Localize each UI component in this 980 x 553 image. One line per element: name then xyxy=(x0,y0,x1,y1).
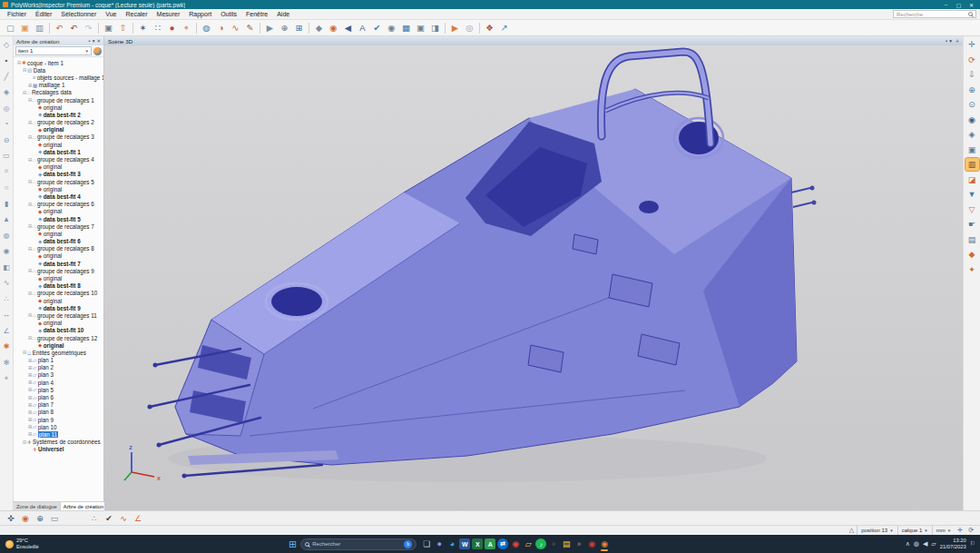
slot-feature-icon[interactable]: ⊖ xyxy=(4,133,10,146)
volume-icon[interactable]: ◀ xyxy=(923,540,927,548)
align-wizard-icon[interactable]: ✶ xyxy=(136,21,150,35)
rectangle-feature-icon[interactable]: ▭ xyxy=(3,150,10,163)
surface-patch-icon[interactable]: ◧ xyxy=(3,261,10,273)
polyline-edit-icon[interactable]: ∿ xyxy=(117,512,130,524)
polyworks-inspector-icon[interactable]: ◉ xyxy=(598,537,611,551)
report-table-icon[interactable]: ▦ xyxy=(399,21,413,35)
dock-icon[interactable]: ▾ xyxy=(93,38,95,44)
points-cluster-icon[interactable]: ∴ xyxy=(88,512,101,524)
tree-item[interactable]: ⊟∴groupe de recalages 10 xyxy=(14,290,103,297)
clapper-board-icon[interactable]: ▭ xyxy=(48,512,61,524)
dimension-pen-icon[interactable]: ✎ xyxy=(243,21,257,35)
tree-item[interactable]: ◆original xyxy=(14,163,103,171)
task-view-icon[interactable]: ❏ xyxy=(420,537,433,551)
robot-path-icon[interactable]: ∠ xyxy=(132,512,144,524)
tree-item[interactable]: ⊞▱plan 6 xyxy=(14,393,103,400)
record-macro-icon[interactable]: ◎ xyxy=(463,21,476,35)
point-cloud-icon[interactable]: ∴ xyxy=(4,292,8,305)
deviation-probe-icon[interactable]: ▼ xyxy=(965,188,979,201)
gear-document-icon[interactable]: ✻ xyxy=(4,356,10,369)
tree-item[interactable]: ⊟∴groupe de recalages 3 xyxy=(14,133,103,141)
tree-item[interactable]: ◆original xyxy=(14,252,103,260)
tree-item[interactable]: ⊞▱plan 1 xyxy=(14,357,103,364)
tree-item[interactable]: ⊞▱plan 7 xyxy=(14,401,103,409)
tree-item[interactable]: ◆original xyxy=(14,141,103,148)
dark-app-2-icon[interactable]: ● xyxy=(573,537,585,551)
zoom-in-icon[interactable]: ⊕ xyxy=(965,84,979,96)
tree-item[interactable]: ⊞▱plan 3 xyxy=(14,371,103,379)
hex-nut-feature-icon[interactable]: ⌗ xyxy=(5,165,9,178)
probe-bell-icon[interactable]: ◉ xyxy=(327,21,340,35)
flashlight-compare-icon[interactable]: ◪ xyxy=(965,173,979,186)
cone-section-icon[interactable]: ◔ xyxy=(5,118,9,131)
tree-item[interactable]: ◆original xyxy=(14,230,103,237)
polyworks-metrology-icon[interactable]: ◉ xyxy=(585,537,598,551)
best-fit-alignment-icon[interactable]: ● xyxy=(165,21,179,35)
close-button[interactable]: ✕ xyxy=(965,1,977,9)
chart-tool-icon[interactable]: ↗ xyxy=(497,21,511,35)
tree-item[interactable]: ◆original xyxy=(14,104,103,111)
menu-mesurer[interactable]: Mesurer xyxy=(152,9,185,19)
tree-item[interactable]: ⊟△Entités géométriques xyxy=(14,349,103,356)
tree-item[interactable]: ⊟✛Systèmes de coordonnées xyxy=(14,439,103,446)
cmm-probe-icon[interactable]: ⌖ xyxy=(5,372,9,385)
viewport-3d[interactable]: Scène 3D ▪ ▾ + xyxy=(104,36,963,510)
tree-item[interactable]: ⊞▱plan 11 xyxy=(14,430,103,438)
tree-item[interactable]: ≡objets sources - maillage 1 xyxy=(14,74,103,81)
sync-icon[interactable]: ⟳ xyxy=(965,527,976,534)
cylinder-feature-icon[interactable]: ▮ xyxy=(5,197,8,210)
scanner-gun-icon[interactable]: ◉ xyxy=(19,512,32,524)
notification-bell-icon[interactable]: ⚐ xyxy=(970,540,975,548)
tree-item[interactable]: ⊟∴groupe de recalages 2 xyxy=(14,119,103,126)
onedrive-icon[interactable]: ▱ xyxy=(931,540,936,548)
tree-item[interactable]: ◈data best-fit 10 xyxy=(14,327,103,334)
open-project-icon[interactable]: ▣ xyxy=(18,21,32,35)
item-selector[interactable]: item 1 ▼ xyxy=(15,46,92,55)
tree-item[interactable]: ⊟∴groupe de recalages 1 xyxy=(14,96,103,104)
export-object-icon[interactable]: ⇧ xyxy=(116,21,130,35)
pin-icon[interactable]: ▪ xyxy=(89,38,91,44)
camera-snapshot-add-icon[interactable]: ◉ xyxy=(385,21,398,35)
mesh-repair-icon[interactable]: ◆ xyxy=(965,248,979,261)
scan-data-icon[interactable]: ◑ xyxy=(214,21,228,35)
tab-arbre-de-creation[interactable]: Arbre de création xyxy=(61,502,107,510)
tree-item[interactable]: ⊟✱coque - item 1 xyxy=(14,59,103,66)
network-icon[interactable]: ◍ xyxy=(914,540,919,548)
text-annotation-icon[interactable]: A xyxy=(356,21,369,35)
redo-icon[interactable]: ↷ xyxy=(82,21,95,35)
tree-item[interactable]: ⊟∴groupe de recalages 5 xyxy=(14,178,103,185)
viewport-pin-icon[interactable]: ▪ xyxy=(946,38,947,44)
snapshot-tool-icon[interactable]: ▣ xyxy=(102,21,115,35)
word-icon[interactable]: W xyxy=(458,537,471,551)
clock[interactable]: 13:20 21/07/2023 xyxy=(940,538,966,549)
probe-speaker-icon[interactable]: ◀ xyxy=(341,21,355,35)
select-elements-icon[interactable]: ▶ xyxy=(263,21,277,35)
tree-item[interactable]: ◆original xyxy=(14,297,103,304)
tree-item[interactable]: ◈data best-fit 2 xyxy=(14,111,103,118)
faceted-sphere-icon[interactable]: ◉ xyxy=(4,245,10,258)
ellipse-feature-icon[interactable]: ○ xyxy=(5,182,9,194)
datum-reference-alignment-icon[interactable]: ⌖ xyxy=(180,21,193,35)
target-probe-icon[interactable]: ⊕ xyxy=(34,512,46,524)
sticky-notes-icon[interactable]: ▤ xyxy=(560,537,573,551)
menu-editer[interactable]: Éditer xyxy=(31,9,56,19)
tree-item[interactable]: ◈data best-fit 6 xyxy=(14,238,103,245)
view-cube-icon[interactable]: ◈ xyxy=(965,128,979,141)
file-explorer-icon[interactable]: ▱ xyxy=(522,537,534,551)
new-document-icon[interactable]: ▢ xyxy=(4,21,17,35)
minimize-button[interactable]: – xyxy=(940,1,952,9)
item-info-icon[interactable] xyxy=(93,47,102,55)
point-validate-icon[interactable]: ✔ xyxy=(103,512,115,524)
viewport-dock-icon[interactable]: ▾ xyxy=(949,38,952,44)
tree-item[interactable]: ◆original xyxy=(14,320,103,327)
screenshot-drop-icon[interactable]: ⇩ xyxy=(965,68,979,81)
viewport-tab-label[interactable]: Scène 3D xyxy=(108,38,132,44)
tree-item[interactable]: ⊟∴Recalages data xyxy=(14,89,103,96)
undo-camera-icon[interactable]: ↶ xyxy=(67,21,81,35)
dark-app-icon[interactable]: ● xyxy=(547,537,560,551)
zoom-window-icon[interactable]: ⊙ xyxy=(965,98,979,111)
polyline-feature-icon[interactable]: ∿ xyxy=(4,277,10,290)
tree-item[interactable]: ⊞▱plan 10 xyxy=(14,423,103,430)
plane-primitive-icon[interactable]: ◇ xyxy=(4,38,9,51)
chevron-up-icon[interactable]: ∧ xyxy=(906,540,910,548)
